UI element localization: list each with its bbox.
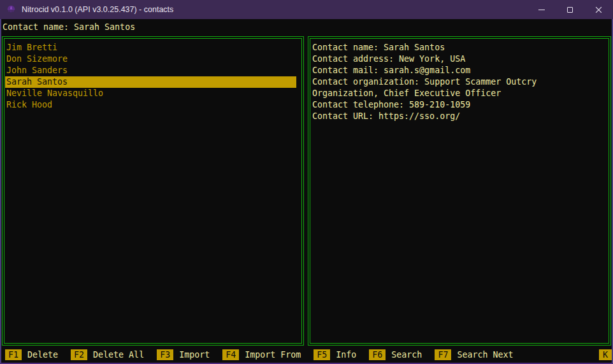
contacts-manager: Jim BrettiDon SizemoreJohn SandersSarah … [1,36,612,346]
fkey-label: Info [336,350,356,360]
contact-detail-line: Contact organization: Support Scammer Ou… [311,76,608,88]
close-button[interactable] [584,0,613,19]
contact-info-panel: Contact name: Sarah SantosContact addres… [308,36,611,346]
fkey-badge[interactable]: F5 [314,349,330,360]
contact-detail-line: Contact URL: https://sso.org/ [311,111,608,122]
contact-list-item[interactable]: John Sanders [5,65,296,76]
contact-list-item[interactable]: Jim Bretti [5,42,296,53]
fkey-f5-group[interactable]: F5Info [314,349,356,360]
fkey-badge[interactable]: F1 [5,349,22,360]
contact-details: Contact name: Sarah SantosContact addres… [310,38,609,344]
fkey-badge[interactable]: F3 [157,349,173,360]
close-icon [595,6,603,14]
fkey-label: Import [179,350,210,360]
maximize-button[interactable] [556,0,584,19]
fkey-f6-group[interactable]: F6Search [369,349,422,360]
terminal-screen: Contact name: Sarah Santos Jim BrettiDon… [0,19,613,364]
contact-list-item[interactable]: Don Sizemore [5,53,296,65]
statusbar: F1DeleteF2Delete AllF3ImportF4Import Fro… [1,346,612,363]
fkey-f2-group[interactable]: F2Delete All [71,349,144,360]
contact-list[interactable]: Jim BrettiDon SizemoreJohn SandersSarah … [4,38,302,344]
maximize-icon [567,7,573,13]
fkey-label: Search [391,350,422,360]
contact-list-item[interactable]: Rick Hood [5,99,296,111]
contact-detail-line: Organization, Chief Executive Officer [311,88,608,99]
minimize-icon [538,10,545,10]
fkey-label: Search Next [457,350,513,360]
titlebar[interactable]: Nitrocid v0.1.0 (API v3.0.25.437) - cont… [0,0,613,19]
window-controls [527,0,613,19]
statusbar-keys: F1DeleteF2Delete AllF3ImportF4Import Fro… [5,349,526,360]
fkey-label: Delete All [93,350,144,360]
fkey-badge[interactable]: F7 [435,349,451,360]
minimize-button[interactable] [527,0,556,19]
contact-detail-line: Contact address: New York, USA [311,53,608,65]
fkey-badge[interactable]: F2 [71,349,87,360]
contact-detail-line: Contact mail: sarah.s@gmail.com [311,65,608,76]
fkey-badge[interactable]: F6 [369,349,386,360]
fkey-label: Delete [27,350,58,360]
keybindings-key-badge[interactable]: K [599,349,612,360]
contact-detail-line: Contact telephone: 589-210-1059 [311,99,608,111]
fkey-f7-group[interactable]: F7Search Next [435,349,513,360]
fkey-f1-group[interactable]: F1Delete [5,349,58,360]
fkey-badge[interactable]: F4 [222,349,239,360]
nitrocid-shell-icon [6,4,16,15]
contact-detail-line: Contact name: Sarah Santos [311,42,608,53]
contact-list-panel: Jim BrettiDon SizemoreJohn SandersSarah … [2,36,304,346]
selected-contact-header: Contact name: Sarah Santos [1,19,612,36]
contact-list-item-selected[interactable]: Sarah Santos [5,76,296,88]
fkey-f4-group[interactable]: F4Import From [222,349,301,360]
fkey-f3-group[interactable]: F3Import [157,349,210,360]
fkey-label: Import From [245,350,301,360]
contact-list-item[interactable]: Neville Navasquillo [5,88,296,99]
window-title: Nitrocid v0.1.0 (API v3.0.25.437) - cont… [22,5,173,14]
